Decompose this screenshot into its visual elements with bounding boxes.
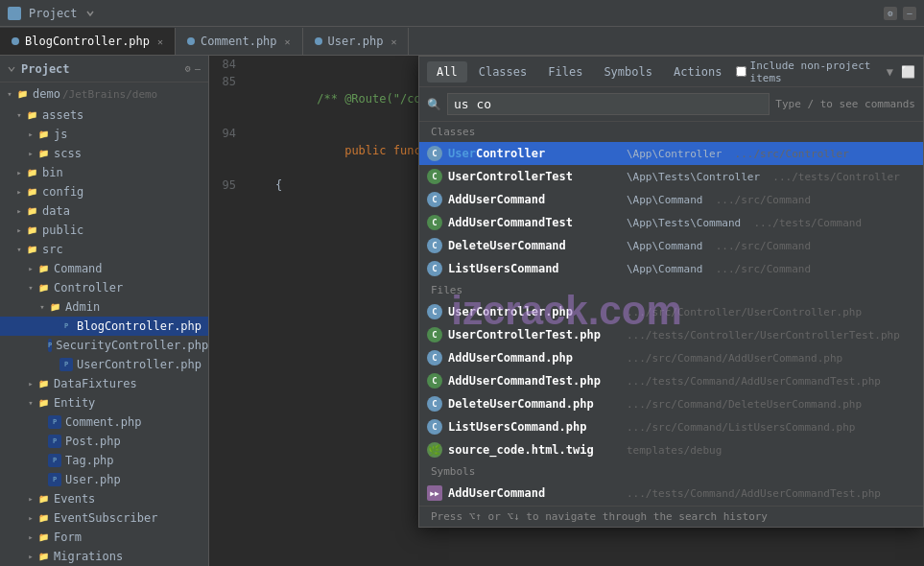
result-path-file-AddUserCommand: .../src/Command/AddUserCommand.php bbox=[627, 352, 842, 365]
arrow-demo: ▾ bbox=[4, 89, 15, 99]
tree-arrow: ▸ bbox=[13, 168, 25, 177]
tab-close-comment[interactable]: ✕ bbox=[285, 36, 291, 47]
tree-item-Command[interactable]: ▸📁Command bbox=[0, 259, 208, 278]
tab-user[interactable]: User.php ✕ bbox=[303, 28, 410, 55]
tree-arrow: ▸ bbox=[25, 494, 36, 504]
tree-label: Admin bbox=[65, 300, 100, 314]
folder-icon: 📁 bbox=[36, 550, 50, 563]
search-input[interactable] bbox=[447, 93, 770, 115]
tree-item-Post-php[interactable]: PPost.php bbox=[0, 432, 208, 451]
tree-item-src[interactable]: ▾📁src bbox=[0, 240, 208, 259]
tab-close-user[interactable]: ✕ bbox=[391, 36, 396, 47]
tree-item-data[interactable]: ▸📁data bbox=[0, 201, 208, 221]
result-name-sym-AddUserCommand: AddUserCommand bbox=[448, 486, 621, 500]
result-icon-file-ListUsersCommand: C bbox=[427, 419, 442, 435]
tab-blog-controller[interactable]: BlogController.php ✕ bbox=[0, 28, 176, 55]
sidebar-gear[interactable]: ⚙ bbox=[185, 63, 191, 74]
tree-arrow: ▾ bbox=[13, 110, 25, 120]
result-ListUsersCommand[interactable]: C ListUsersCommand \App\Command .../src/… bbox=[419, 257, 923, 280]
window-icon[interactable]: ⬜ bbox=[901, 65, 915, 79]
tree-item-Comment-php[interactable]: PComment.php bbox=[0, 413, 208, 432]
tree-item-config[interactable]: ▸📁config bbox=[0, 182, 208, 201]
include-non-project-checkbox[interactable] bbox=[736, 66, 746, 77]
tab-dot-blog bbox=[12, 37, 19, 45]
filter-icon[interactable]: ▼ bbox=[887, 65, 893, 79]
result-file-UserControllerTest[interactable]: C UserControllerTest.php .../tests/Contr… bbox=[419, 323, 923, 346]
minimize-btn[interactable]: — bbox=[903, 7, 916, 20]
include-non-project-label[interactable]: Include non-project items bbox=[736, 59, 879, 84]
tree-label: scss bbox=[54, 147, 82, 160]
tree-item-Controller[interactable]: ▾📁Controller bbox=[0, 278, 208, 297]
result-UserControllerTest[interactable]: C UserControllerTest \App\Tests\Controll… bbox=[419, 165, 923, 188]
popup-tab-files[interactable]: Files bbox=[538, 61, 592, 83]
sidebar-minimize[interactable]: — bbox=[195, 63, 201, 74]
result-file-ListUsersCommand[interactable]: C ListUsersCommand.php .../src/Command/L… bbox=[419, 415, 923, 438]
tree-item-BlogController-php[interactable]: PBlogController.php bbox=[0, 317, 208, 336]
tree-item-Form[interactable]: ▸📁Form bbox=[0, 528, 208, 547]
result-UserController[interactable]: C UserController \App\Controller .../src… bbox=[419, 142, 923, 165]
result-file-source-code[interactable]: 🌿 source_code.html.twig templates/debug bbox=[419, 438, 923, 461]
sidebar-controls: ⚙ — bbox=[185, 63, 201, 74]
tree-arrow: ▸ bbox=[25, 532, 36, 542]
result-file-AddUserCommandTest[interactable]: C AddUserCommandTest.php .../tests/Comma… bbox=[419, 369, 923, 392]
tree-item-DataFixtures[interactable]: ▸📁DataFixtures bbox=[0, 374, 208, 393]
result-file-UserController[interactable]: C UserController.php .../src/Controller/… bbox=[419, 300, 923, 323]
folder-icon: 📁 bbox=[25, 224, 38, 237]
result-icon-UserController: C bbox=[427, 146, 442, 161]
tree-item-Entity[interactable]: ▾📁Entity bbox=[0, 393, 208, 413]
tab-label-user: User.php bbox=[328, 35, 384, 48]
tree-item-Tag-php[interactable]: PTag.php bbox=[0, 451, 208, 470]
tree-item-SecurityController-php[interactable]: PSecurityController.php bbox=[0, 336, 208, 355]
result-path-file-source-code: templates/debug bbox=[627, 444, 722, 457]
section-header-files: Files bbox=[419, 280, 923, 300]
tree-label: Migrations bbox=[54, 550, 123, 563]
tree-root-demo[interactable]: ▾ 📁 demo /JetBrains/demo bbox=[0, 84, 208, 104]
folder-icon: 📁 bbox=[36, 492, 50, 506]
search-popup: All Classes Files Symbols Actions Includ… bbox=[418, 56, 924, 528]
dropdown-icon[interactable] bbox=[85, 9, 95, 18]
folder-icon: 📁 bbox=[36, 377, 50, 390]
popup-tab-all[interactable]: All bbox=[427, 61, 467, 83]
tree-item-EventSubscriber[interactable]: ▸📁EventSubscriber bbox=[0, 508, 208, 528]
tree-item-Events[interactable]: ▸📁Events bbox=[0, 489, 208, 508]
result-DeleteUserCommand[interactable]: C DeleteUserCommand \App\Command .../src… bbox=[419, 234, 923, 257]
result-path-DeleteUserCommand: \App\Command .../src/Command bbox=[627, 240, 811, 252]
result-icon-sym-AddUserCommand: ▶▶ bbox=[427, 485, 442, 501]
settings-btn[interactable]: ⚙ bbox=[884, 7, 897, 20]
tree-item-Admin[interactable]: ▾📁Admin bbox=[0, 297, 208, 317]
result-name-file-AddUserCommandTest: AddUserCommandTest.php bbox=[448, 374, 621, 388]
result-icon-AddUserCommand: C bbox=[427, 192, 442, 207]
folder-icon-demo: 📁 bbox=[15, 87, 29, 101]
tree-label: User.php bbox=[65, 473, 121, 486]
php-icon: P bbox=[59, 358, 73, 371]
php-icon: P bbox=[48, 339, 52, 352]
tab-comment[interactable]: Comment.php ✕ bbox=[176, 28, 303, 55]
tree-item-UserController-php[interactable]: PUserController.php bbox=[0, 355, 208, 374]
tree-item-User-php[interactable]: PUser.php bbox=[0, 470, 208, 489]
result-AddUserCommand[interactable]: C AddUserCommand \App\Command .../src/Co… bbox=[419, 188, 923, 211]
tab-close-blog[interactable]: ✕ bbox=[157, 36, 163, 47]
tab-label-blog: BlogController.php bbox=[25, 35, 150, 48]
result-file-DeleteUserCommand[interactable]: C DeleteUserCommand.php .../src/Command/… bbox=[419, 392, 923, 415]
tree-item-scss[interactable]: ▸📁scss bbox=[0, 144, 208, 163]
result-path-file-UserControllerTest: .../tests/Controller/UserControllerTest.… bbox=[627, 329, 900, 342]
tree-item-js[interactable]: ▸📁js bbox=[0, 125, 208, 144]
popup-tab-classes[interactable]: Classes bbox=[469, 61, 537, 83]
result-AddUserCommandTest[interactable]: C AddUserCommandTest \App\Tests\Command … bbox=[419, 211, 923, 234]
tree-label: Post.php bbox=[65, 435, 121, 448]
folder-icon: 📁 bbox=[48, 300, 61, 314]
tree-item-bin[interactable]: ▸📁bin bbox=[0, 163, 208, 182]
tree-item-assets[interactable]: ▾📁assets bbox=[0, 106, 208, 125]
tree-item-Migrations[interactable]: ▸📁Migrations bbox=[0, 547, 208, 566]
title-bar-controls: ⚙ — bbox=[884, 7, 916, 20]
result-sym-AddUserCommand[interactable]: ▶▶ AddUserCommand .../tests/Command/AddU… bbox=[419, 482, 923, 505]
popup-tab-symbols[interactable]: Symbols bbox=[594, 61, 662, 83]
result-path-ListUsersCommand: \App\Command .../src/Command bbox=[627, 263, 811, 275]
line-num-85: 85 bbox=[209, 73, 244, 90]
tree-label: Entity bbox=[54, 396, 95, 410]
popup-tab-actions[interactable]: Actions bbox=[664, 61, 732, 83]
tree-item-public[interactable]: ▸📁public bbox=[0, 221, 208, 240]
result-icon-file-AddUserCommandTest: C bbox=[427, 373, 442, 389]
result-file-AddUserCommand[interactable]: C AddUserCommand.php .../src/Command/Add… bbox=[419, 346, 923, 369]
tab-bar: BlogController.php ✕ Comment.php ✕ User.… bbox=[0, 27, 924, 56]
